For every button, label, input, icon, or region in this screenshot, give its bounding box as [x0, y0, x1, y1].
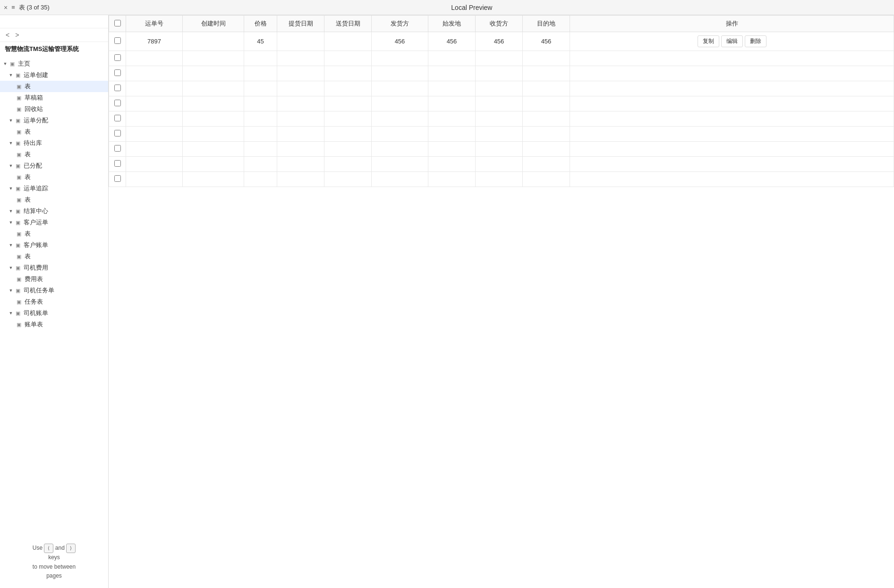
cell-price: 45: [244, 32, 277, 51]
cell-receiver: [476, 142, 523, 157]
row-checkbox[interactable]: [114, 54, 121, 61]
edit-button[interactable]: 编辑: [721, 35, 743, 47]
sidebar-item-siji-renwudan[interactable]: ▼ ▣ 司机任务单: [0, 285, 108, 296]
cell-create_time: [183, 127, 244, 142]
sidebar-item-huishouzhan[interactable]: ▣ 回收站: [0, 103, 108, 115]
header-checkbox[interactable]: [109, 16, 126, 32]
table-row: [109, 51, 894, 66]
row-checkbox[interactable]: [114, 115, 121, 121]
cell-price: [244, 142, 277, 157]
cell-price: [244, 127, 277, 142]
table-icon: ▣: [15, 129, 23, 135]
table-row: [109, 66, 894, 81]
top-bar: × ≡ 表 (3 of 35) Local Preview: [0, 0, 894, 15]
row-checkbox[interactable]: [114, 175, 121, 182]
delete-button[interactable]: 删除: [745, 35, 766, 47]
sidebar-item-zhuye[interactable]: ▼ ▣ 主页: [0, 58, 108, 69]
cell-create_time: [183, 142, 244, 157]
row-checkbox[interactable]: [114, 37, 121, 44]
table-icon: ▣: [15, 254, 23, 260]
search-input[interactable]: [4, 18, 104, 25]
sidebar-item-biao1[interactable]: ▣ 表: [0, 81, 108, 92]
header-waybill: 运单号: [126, 16, 183, 32]
sidebar-label-biao3: 表: [25, 150, 31, 159]
sidebar-item-kehu-zhangdan[interactable]: ▼ ▣ 客户账单: [0, 239, 108, 251]
sidebar-item-caogaoxiang[interactable]: ▣ 草稿箱: [0, 92, 108, 103]
cell-receiver: [476, 157, 523, 172]
row-checkbox[interactable]: [114, 100, 121, 106]
cell-actions: [570, 96, 894, 111]
sidebar-item-dai-chuku[interactable]: ▼ ▣ 待出库: [0, 137, 108, 149]
cell-actions: [570, 51, 894, 66]
sidebar-item-yi-fenpei[interactable]: ▼ ▣ 已分配: [0, 160, 108, 171]
sidebar-label-biao5: 表: [25, 196, 31, 204]
sidebar-label-yi-fenpei: 已分配: [24, 162, 42, 170]
sidebar-item-biao2[interactable]: ▣ 表: [0, 126, 108, 137]
cell-destination: [523, 142, 570, 157]
sidebar-item-biao6[interactable]: ▣ 表: [0, 228, 108, 239]
pages-text: pages: [46, 572, 62, 579]
cell-create_time: [183, 51, 244, 66]
row-checkbox[interactable]: [114, 130, 121, 136]
cell-origin: [428, 172, 476, 187]
sidebar-item-biao4[interactable]: ▣ 表: [0, 171, 108, 183]
app-title: 智慧物流TMS运输管理系统: [0, 42, 108, 56]
sidebar-item-siji-feiyong[interactable]: ▼ ▣ 司机费用: [0, 262, 108, 273]
row-checkbox[interactable]: [114, 85, 121, 91]
close-icon[interactable]: ×: [4, 4, 8, 11]
table-icon: ▣: [14, 265, 22, 271]
sidebar-nav: ▼ ▣ 主页 ▼ ▣ 运单创建 ▣ 表 ▣ 草稿箱: [0, 56, 108, 540]
toggle-icon: ▼: [8, 311, 14, 315]
nav-pagination: < >: [0, 28, 108, 42]
row-checkbox[interactable]: [114, 69, 121, 76]
sidebar-label-yuandan-zhuizong: 运单追踪: [24, 184, 48, 193]
sidebar-label-siji-renwudan: 司机任务单: [24, 286, 54, 295]
header-destination: 目的地: [523, 16, 570, 32]
table-body: 789745456456456456复制编辑删除: [109, 32, 894, 187]
cell-destination: [523, 66, 570, 81]
table-icon: ▣: [14, 288, 22, 294]
copy-button[interactable]: 复制: [698, 35, 719, 47]
sidebar-item-siji-zhangdan[interactable]: ▼ ▣ 司机账单: [0, 307, 108, 319]
toggle-icon: ▼: [8, 243, 14, 247]
cell-waybill: [126, 127, 183, 142]
cell-delivery_date: [324, 32, 372, 51]
sidebar-item-renwu-biao[interactable]: ▣ 任务表: [0, 296, 108, 307]
toggle-icon: ▼: [8, 118, 14, 123]
cell-destination: [523, 96, 570, 111]
sidebar-item-biao3[interactable]: ▣ 表: [0, 149, 108, 160]
table-icon: ▣: [15, 174, 23, 180]
cell-actions: [570, 81, 894, 96]
sidebar-item-kehu-yuandan[interactable]: ▼ ▣ 客户运单: [0, 217, 108, 228]
nav-next-button[interactable]: >: [13, 30, 21, 40]
row-checkbox[interactable]: [114, 160, 121, 167]
cell-receiver: [476, 172, 523, 187]
nav-prev-button[interactable]: <: [4, 30, 11, 40]
next-key-icon: ⟩: [66, 544, 76, 553]
sidebar-item-yuandan-zhuizong[interactable]: ▼ ▣ 运单追踪: [0, 183, 108, 194]
sidebar-item-biao5[interactable]: ▣ 表: [0, 194, 108, 205]
cell-delivery_date: [324, 142, 372, 157]
cell-waybill: [126, 111, 183, 127]
cell-waybill: [126, 172, 183, 187]
cell-price: [244, 81, 277, 96]
select-all-checkbox[interactable]: [114, 20, 121, 26]
cell-price: [244, 66, 277, 81]
sidebar-label-siji-feiyong: 司机费用: [24, 264, 48, 272]
sidebar-item-biao7[interactable]: ▣ 表: [0, 251, 108, 262]
use-text: Use: [33, 545, 43, 552]
sidebar-item-zhangdan-biao[interactable]: ▣ 账单表: [0, 319, 108, 330]
cell-delivery_date: [324, 96, 372, 111]
cell-pickup_date: [277, 32, 324, 51]
sidebar-item-yuandan-fenpei[interactable]: ▼ ▣ 运单分配: [0, 115, 108, 126]
cell-delivery_date: [324, 111, 372, 127]
sidebar-item-jiesuan-zhongxin[interactable]: ▼ ▣ 结算中心: [0, 205, 108, 217]
sidebar-item-feiyong-biao[interactable]: ▣ 费用表: [0, 273, 108, 285]
cell-delivery_date: [324, 81, 372, 96]
cell-price: [244, 172, 277, 187]
table-icon: ▣: [14, 186, 22, 192]
sidebar-item-yuandan-chuangjian[interactable]: ▼ ▣ 运单创建: [0, 69, 108, 81]
cell-price: [244, 51, 277, 66]
cell-create_time: [183, 32, 244, 51]
row-checkbox[interactable]: [114, 145, 121, 152]
